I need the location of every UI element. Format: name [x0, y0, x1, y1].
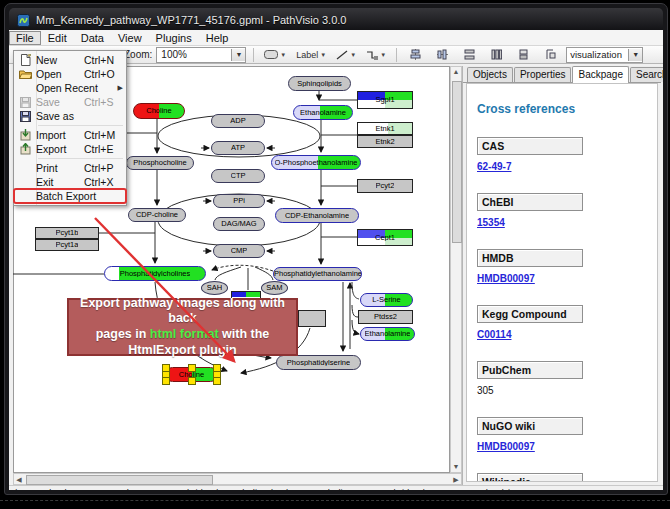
pathway-node-sah[interactable]: SAH	[201, 281, 228, 295]
pathway-node-phosphatidylcholines[interactable]: Phosphatidylcholines	[104, 266, 206, 281]
tab-objects[interactable]: Objects	[467, 67, 513, 82]
pathway-node-phosphatidylethanolamine[interactable]: Phosphatidylethanolamine	[273, 267, 362, 281]
file-menu-item-open-recent[interactable]: Open Recent▶	[14, 81, 126, 95]
scroll-left-icon[interactable]: ◀	[14, 475, 24, 485]
canvas-vertical-scrollbar[interactable]: ▲ ▼	[450, 66, 462, 473]
visualization-value: visualization	[570, 49, 622, 60]
xref-section-wikipedia: WikipediaCholine	[477, 473, 647, 482]
scroll-down-icon[interactable]: ▼	[451, 462, 461, 472]
menu-item-label: Save	[36, 96, 84, 108]
menu-separator	[38, 125, 123, 126]
horizontal-scroll-thumb[interactable]	[26, 475, 213, 485]
pathway-node-choline[interactable]: Choline	[165, 367, 218, 382]
xref-link[interactable]: 15354	[477, 217, 505, 228]
selection-handle[interactable]	[188, 364, 196, 372]
align-center-button[interactable]	[404, 46, 427, 63]
pathway-node-ethanolamine[interactable]: Ethanolamine	[360, 327, 415, 341]
pathway-node-pcyt2[interactable]: Pcyt2	[357, 179, 413, 193]
chevron-down-icon[interactable]: ▼	[231, 49, 245, 61]
pathway-node-ctp[interactable]: CTP	[211, 169, 265, 183]
tab-properties[interactable]: Properties	[514, 67, 572, 82]
menu-item-label: Export	[36, 143, 84, 155]
pathway-node-etnk1[interactable]: Etnk1	[357, 122, 413, 135]
line-tool-button[interactable]: ▼	[333, 46, 359, 63]
tab-backpage[interactable]: Backpage	[572, 66, 628, 83]
xref-section-pubchem: PubChem305	[477, 361, 647, 396]
file-menu-item-import[interactable]: ImportCtrl+M	[14, 128, 126, 142]
xref-link[interactable]: C00114	[477, 329, 511, 340]
file-menu-item-print[interactable]: PrintCtrl+P	[14, 161, 126, 175]
menu-data[interactable]: Data	[74, 31, 111, 45]
xref-link[interactable]: HMDB00097	[477, 441, 535, 452]
pathway-node-cdp-ethanolamine[interactable]: CDP-Ethanolamine	[275, 208, 359, 223]
backpage-panel[interactable]: Cross references CAS62-49-7ChEBI15354HMD…	[466, 83, 658, 482]
pathway-node-cdp-choline[interactable]: CDP-choline	[128, 208, 186, 222]
pathway-node-ppi[interactable]: PPi	[213, 194, 265, 208]
status-text: | Gene database: ...m_Derby_20120602.bri…	[15, 487, 580, 490]
menu-edit[interactable]: Edit	[41, 31, 74, 45]
pathway-node-o-phosphoethanolamine[interactable]: O-Phosphoethanolamine	[271, 155, 361, 170]
pathway-node-cmp[interactable]: CMP	[213, 244, 265, 258]
vertical-scroll-thumb[interactable]	[452, 81, 462, 243]
pathway-node-dag-mag[interactable]: DAG/MAG	[213, 217, 265, 231]
align-middle-button[interactable]	[431, 46, 454, 63]
chevron-down-icon[interactable]: ▼	[628, 49, 642, 61]
pathway-node-sphingolipids[interactable]: Sphingolipids	[288, 76, 351, 91]
node-label: Phosphatidylethanolamine	[274, 270, 361, 278]
xref-link[interactable]: 62-49-7	[477, 161, 511, 172]
stack-button[interactable]	[512, 46, 535, 63]
file-menu-item-open[interactable]: OpenCtrl+O	[14, 67, 126, 81]
tab-search[interactable]: Search	[630, 67, 663, 82]
menu-item-label: Import	[36, 129, 84, 141]
selection-handle[interactable]	[162, 377, 170, 385]
distribute-horizontal-button[interactable]	[485, 46, 508, 63]
file-menu-popup: NewCtrl+NOpenCtrl+OOpen Recent▶SaveCtrl+…	[13, 50, 127, 206]
pathway-node-sgpl1[interactable]: Sgpl1	[357, 91, 413, 109]
pathway-node-ethanolamine[interactable]: Ethanolamine	[293, 105, 353, 120]
menu-view[interactable]: View	[111, 31, 149, 45]
pathway-node-adp[interactable]: ADP	[211, 114, 265, 128]
file-menu-item-export[interactable]: ExportCtrl+E	[14, 142, 126, 156]
visualization-combobox[interactable]: visualization ▼	[566, 47, 643, 63]
scroll-up-icon[interactable]: ▲	[451, 67, 461, 77]
xref-link[interactable]: HMDB00097	[477, 273, 535, 284]
pathway-node-phosphatidylserine[interactable]: Phosphatidylserine	[276, 355, 361, 370]
layout-button[interactable]	[539, 46, 562, 63]
pathway-node-choline[interactable]: Choline	[133, 103, 185, 119]
pathway-node-sam[interactable]: SAM	[261, 281, 288, 295]
file-menu-item-exit[interactable]: ExitCtrl+X	[14, 175, 126, 189]
connector-tool-button[interactable]: ▼	[363, 46, 389, 63]
menu-file[interactable]: File	[9, 31, 41, 45]
datanode-template-button[interactable]: ▼	[261, 46, 289, 63]
pathway-node[interactable]	[298, 310, 326, 327]
label-template-button[interactable]: Label ▼	[293, 46, 329, 63]
cross-references-list: CAS62-49-7ChEBI15354HMDBHMDB00097Kegg Co…	[477, 137, 647, 482]
pathway-node-etnk2[interactable]: Etnk2	[357, 135, 413, 148]
selection-handle[interactable]	[188, 377, 196, 385]
zoom-combobox[interactable]: 100% ▼	[156, 47, 246, 63]
pathway-node-atp[interactable]: ATP	[211, 141, 265, 155]
save-icon	[14, 97, 36, 108]
cross-references-heading: Cross references	[477, 102, 647, 116]
pathway-node-pcyt1a[interactable]: Pcyt1a	[35, 239, 99, 251]
menu-plugins[interactable]: Plugins	[149, 31, 199, 45]
file-menu-item-batch-export[interactable]: Batch Export	[14, 189, 126, 203]
selection-handle[interactable]	[213, 377, 221, 385]
pathway-node-cept1[interactable]: Cept1	[357, 229, 413, 246]
pathway-node-l-serine[interactable]: L-Serine	[360, 293, 413, 307]
scroll-right-icon[interactable]: ▶	[451, 475, 461, 485]
pathway-node-ptdss2[interactable]: Ptdss2	[358, 310, 413, 324]
menu-item-label: New	[36, 54, 84, 66]
menu-help[interactable]: Help	[199, 31, 236, 45]
file-menu-item-save-as[interactable]: Save as	[14, 109, 126, 123]
distribute-vertical-button[interactable]	[458, 46, 481, 63]
zoom-value: 100%	[161, 49, 187, 60]
file-menu-item-new[interactable]: NewCtrl+N	[14, 53, 126, 67]
pathway-node-pcyt1b[interactable]: Pcyt1b	[35, 227, 99, 239]
pathway-node-phosphocholine[interactable]: Phosphocholine	[126, 156, 194, 170]
xref-source-header: Wikipedia	[477, 473, 583, 482]
title-bar[interactable]: Mm_Kennedy_pathway_WP1771_45176.gpml - P…	[9, 8, 663, 32]
node-label: Etnk2	[375, 138, 394, 146]
canvas-horizontal-scrollbar[interactable]: ◀ ▶	[13, 473, 462, 485]
menu-bar: FileEditDataViewPluginsHelp	[9, 30, 663, 46]
